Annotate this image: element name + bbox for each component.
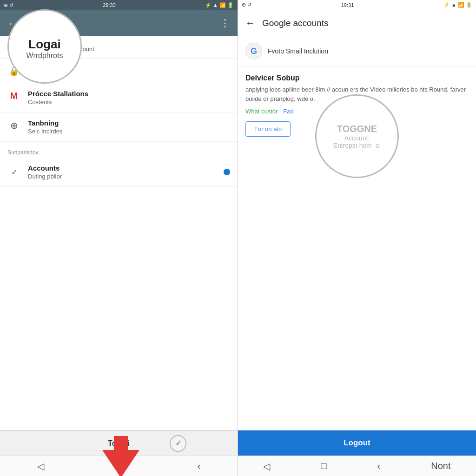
- link-blue[interactable]: Fad: [283, 108, 293, 115]
- accounts-menu-item[interactable]: ✓ Accounts Duting pblior: [0, 158, 238, 187]
- accounts-subtitle: Duting pblior: [28, 173, 216, 180]
- back-button-right[interactable]: ←: [245, 18, 255, 28]
- accounts-content: Accounts Duting pblior: [28, 164, 216, 180]
- plus-icon: ⊕: [10, 120, 18, 131]
- deliver-title: Delvicer Sobup: [245, 74, 469, 82]
- nav-back-right[interactable]: ◁: [263, 461, 270, 472]
- gmail-icon: M: [10, 91, 18, 101]
- more-icon-left[interactable]: ⋮: [220, 17, 230, 29]
- section-label: Sunparisdov.: [0, 142, 238, 158]
- nav-bar-right: ◁ □ ‹ Nont: [238, 456, 476, 476]
- logout-button[interactable]: Logout: [238, 430, 476, 456]
- status-left-icons: ⊕ ↺: [4, 2, 13, 8]
- menu-item-tanbning-content: Tanbning Selc Incirdes: [28, 119, 230, 135]
- status-right-icons-right: ⚡ ▲ 📶 🔋: [443, 2, 472, 8]
- menu-item-procce-content: Prócce Stallations Costents: [28, 90, 230, 106]
- google-account-row[interactable]: G Fvoto Smail Inclution: [238, 36, 476, 66]
- right-content: Delvicer Sobup anplying lobs aplline bee…: [238, 66, 476, 430]
- menu-item-procce-title: Prócce Stallations: [28, 90, 230, 98]
- left-panel: ⊕ ↺ 29:33 ⚡ ▲ 📶 🔋 ← tio ⋮ Logai Wrrdphro…: [0, 0, 238, 476]
- menu-item-tanbning-title: Tanbning: [28, 119, 230, 127]
- menu-item-procce-subtitle: Costents: [28, 99, 230, 106]
- circle-title: Logai: [28, 37, 60, 52]
- google-account-email: Fvoto Smail Inclution: [268, 47, 328, 55]
- circle-subtitle: Wrrdphrots: [26, 52, 63, 60]
- logout-label: Logout: [344, 438, 370, 448]
- watermark-circle: TOGGNE Account: Entropst hom_o.: [315, 94, 399, 178]
- menu-item-tanbning-subtitle: Selc Incirdes: [28, 128, 230, 135]
- circle-watermark-sub: Account:: [344, 134, 370, 142]
- menu-item-procce[interactable]: M Prócce Stallations Costents: [0, 83, 238, 112]
- status-time-right: 19:31: [341, 2, 354, 8]
- link-green[interactable]: What custor: [245, 108, 278, 115]
- section-label-text: Sunparisdov.: [7, 149, 40, 156]
- header-title-right: Google accounts: [262, 18, 469, 28]
- profile-circle: Logai Wrrdphrots: [7, 9, 82, 84]
- bottom-bar-right: Logout ◁ □ ‹ Nont: [238, 430, 476, 476]
- nav-recent-left[interactable]: ‹: [198, 461, 201, 471]
- gmail-icon-container: M: [7, 91, 20, 101]
- right-panel: ⊕ ↺ 19:31 ⚡ ▲ 📶 🔋 ← Google accounts G Fv…: [238, 0, 476, 476]
- status-bar-right: ⊕ ↺ 19:31 ⚡ ▲ 📶 🔋: [238, 0, 476, 10]
- circle-hint-text: Entropst hom_o.: [333, 142, 381, 149]
- nav-recent-right[interactable]: ‹: [377, 461, 381, 471]
- circle-watermark-text: TOGGNE: [337, 124, 377, 134]
- menu-item-tanbning[interactable]: ⊕ Tanbning Selc Incirdes: [0, 112, 238, 142]
- check-circle-button: ✓: [170, 435, 186, 452]
- nav-back-left[interactable]: ◁: [37, 461, 44, 472]
- app-header-right: ← Google accounts: [238, 10, 476, 36]
- left-content: Evour___t Gmail Account 🔒 Dep Sestions M…: [0, 36, 238, 430]
- for-on-ato-button[interactable]: For on ato: [245, 121, 291, 137]
- status-time-left: 29:33: [103, 2, 116, 8]
- status-bar-left: ⊕ ↺ 29:33 ⚡ ▲ 📶 🔋: [0, 0, 238, 10]
- nav-home-right[interactable]: □: [321, 461, 326, 471]
- svg-marker-0: [102, 436, 139, 476]
- plus-icon-container: ⊕: [7, 120, 20, 131]
- google-g-icon: G: [245, 43, 262, 60]
- nav-nont-right[interactable]: Nont: [431, 461, 450, 471]
- status-left-icons-right: ⊕ ↺: [242, 2, 251, 8]
- toggle-dot[interactable]: [224, 169, 230, 175]
- status-right-icons-left: ⚡ ▲ 📶 🔋: [205, 2, 234, 8]
- accounts-title: Accounts: [28, 164, 216, 172]
- accounts-check-icon: ✓: [7, 168, 20, 177]
